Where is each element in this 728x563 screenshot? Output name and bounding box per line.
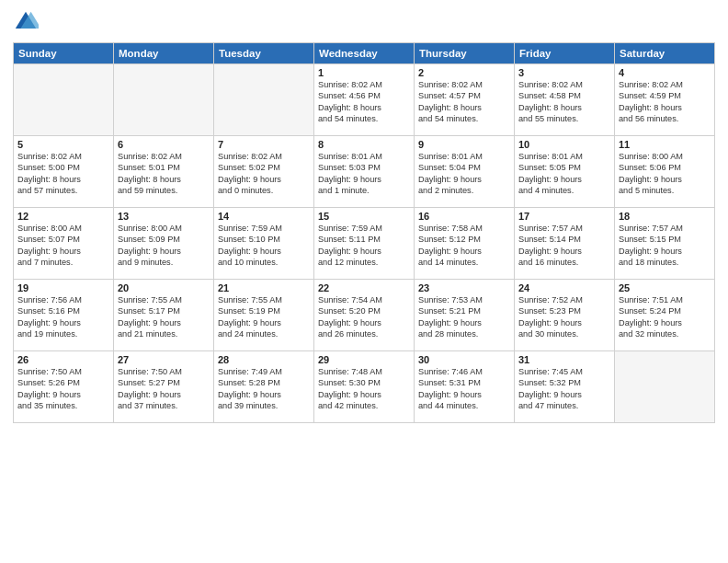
- day-number: 31: [518, 354, 610, 365]
- day-info: Sunrise: 7:50 AM Sunset: 5:26 PM Dayligh…: [17, 366, 109, 412]
- calendar-cell: 29Sunrise: 7:48 AM Sunset: 5:30 PM Dayli…: [314, 351, 415, 423]
- day-info: Sunrise: 8:02 AM Sunset: 4:56 PM Dayligh…: [318, 79, 410, 125]
- day-info: Sunrise: 7:55 AM Sunset: 5:17 PM Dayligh…: [118, 294, 210, 340]
- day-info: Sunrise: 7:46 AM Sunset: 5:31 PM Dayligh…: [418, 366, 510, 412]
- calendar-week-row: 12Sunrise: 8:00 AM Sunset: 5:07 PM Dayli…: [14, 208, 715, 280]
- calendar-header-monday: Monday: [114, 43, 214, 64]
- calendar-cell: 28Sunrise: 7:49 AM Sunset: 5:28 PM Dayli…: [214, 351, 314, 423]
- day-info: Sunrise: 7:49 AM Sunset: 5:28 PM Dayligh…: [218, 366, 310, 412]
- day-info: Sunrise: 7:48 AM Sunset: 5:30 PM Dayligh…: [318, 366, 410, 412]
- calendar-cell: 2Sunrise: 8:02 AM Sunset: 4:57 PM Daylig…: [415, 64, 515, 136]
- calendar-cell: 3Sunrise: 8:02 AM Sunset: 4:58 PM Daylig…: [515, 64, 615, 136]
- calendar-cell: [214, 64, 314, 136]
- day-number: 19: [17, 282, 109, 293]
- day-number: 26: [17, 354, 109, 365]
- calendar-header-saturday: Saturday: [615, 43, 715, 64]
- day-number: 17: [518, 211, 610, 222]
- calendar-cell: 22Sunrise: 7:54 AM Sunset: 5:20 PM Dayli…: [314, 280, 415, 351]
- calendar-cell: 24Sunrise: 7:52 AM Sunset: 5:23 PM Dayli…: [515, 280, 615, 351]
- day-info: Sunrise: 7:56 AM Sunset: 5:16 PM Dayligh…: [17, 294, 109, 340]
- day-info: Sunrise: 8:00 AM Sunset: 5:06 PM Dayligh…: [619, 151, 711, 197]
- calendar-cell: 19Sunrise: 7:56 AM Sunset: 5:16 PM Dayli…: [14, 280, 114, 351]
- calendar-cell: 1Sunrise: 8:02 AM Sunset: 4:56 PM Daylig…: [314, 64, 415, 136]
- calendar-cell: 10Sunrise: 8:01 AM Sunset: 5:05 PM Dayli…: [515, 136, 615, 208]
- day-number: 28: [218, 354, 310, 365]
- day-info: Sunrise: 7:51 AM Sunset: 5:24 PM Dayligh…: [619, 294, 711, 340]
- day-info: Sunrise: 8:02 AM Sunset: 5:00 PM Dayligh…: [17, 151, 109, 197]
- page: SundayMondayTuesdayWednesdayThursdayFrid…: [0, 0, 728, 563]
- day-number: 6: [118, 139, 210, 150]
- day-info: Sunrise: 8:00 AM Sunset: 5:09 PM Dayligh…: [118, 223, 210, 269]
- calendar-week-row: 5Sunrise: 8:02 AM Sunset: 5:00 PM Daylig…: [14, 136, 715, 208]
- logo-icon: [13, 9, 39, 35]
- day-number: 16: [418, 211, 510, 222]
- day-number: 4: [619, 67, 711, 78]
- day-number: 24: [518, 282, 610, 293]
- day-info: Sunrise: 7:45 AM Sunset: 5:32 PM Dayligh…: [518, 366, 610, 412]
- day-number: 5: [17, 139, 109, 150]
- calendar-cell: 11Sunrise: 8:00 AM Sunset: 5:06 PM Dayli…: [615, 136, 715, 208]
- calendar-cell: 13Sunrise: 8:00 AM Sunset: 5:09 PM Dayli…: [114, 208, 214, 280]
- day-info: Sunrise: 8:00 AM Sunset: 5:07 PM Dayligh…: [17, 223, 109, 269]
- calendar-cell: [615, 351, 715, 423]
- calendar-header-tuesday: Tuesday: [214, 43, 314, 64]
- day-info: Sunrise: 7:52 AM Sunset: 5:23 PM Dayligh…: [518, 294, 610, 340]
- day-info: Sunrise: 8:02 AM Sunset: 4:58 PM Dayligh…: [518, 79, 610, 125]
- calendar-cell: 16Sunrise: 7:58 AM Sunset: 5:12 PM Dayli…: [415, 208, 515, 280]
- day-number: 12: [17, 211, 109, 222]
- day-info: Sunrise: 7:54 AM Sunset: 5:20 PM Dayligh…: [318, 294, 410, 340]
- day-info: Sunrise: 7:53 AM Sunset: 5:21 PM Dayligh…: [418, 294, 510, 340]
- day-number: 8: [318, 139, 410, 150]
- day-number: 9: [418, 139, 510, 150]
- calendar-cell: [114, 64, 214, 136]
- calendar-week-row: 26Sunrise: 7:50 AM Sunset: 5:26 PM Dayli…: [14, 351, 715, 423]
- calendar-cell: 31Sunrise: 7:45 AM Sunset: 5:32 PM Dayli…: [515, 351, 615, 423]
- day-number: 20: [118, 282, 210, 293]
- calendar-week-row: 19Sunrise: 7:56 AM Sunset: 5:16 PM Dayli…: [14, 280, 715, 351]
- calendar-cell: 6Sunrise: 8:02 AM Sunset: 5:01 PM Daylig…: [114, 136, 214, 208]
- day-number: 29: [318, 354, 410, 365]
- calendar-cell: 21Sunrise: 7:55 AM Sunset: 5:19 PM Dayli…: [214, 280, 314, 351]
- day-number: 10: [518, 139, 610, 150]
- day-number: 18: [619, 211, 711, 222]
- day-number: 25: [619, 282, 711, 293]
- day-info: Sunrise: 7:57 AM Sunset: 5:14 PM Dayligh…: [518, 223, 610, 269]
- day-info: Sunrise: 7:55 AM Sunset: 5:19 PM Dayligh…: [218, 294, 310, 340]
- day-number: 30: [418, 354, 510, 365]
- day-info: Sunrise: 8:01 AM Sunset: 5:05 PM Dayligh…: [518, 151, 610, 197]
- day-number: 21: [218, 282, 310, 293]
- calendar-cell: 4Sunrise: 8:02 AM Sunset: 4:59 PM Daylig…: [615, 64, 715, 136]
- day-info: Sunrise: 7:59 AM Sunset: 5:10 PM Dayligh…: [218, 223, 310, 269]
- calendar-cell: 30Sunrise: 7:46 AM Sunset: 5:31 PM Dayli…: [415, 351, 515, 423]
- day-info: Sunrise: 7:59 AM Sunset: 5:11 PM Dayligh…: [318, 223, 410, 269]
- day-info: Sunrise: 8:02 AM Sunset: 4:59 PM Dayligh…: [619, 79, 711, 125]
- calendar-cell: 7Sunrise: 8:02 AM Sunset: 5:02 PM Daylig…: [214, 136, 314, 208]
- calendar-cell: 26Sunrise: 7:50 AM Sunset: 5:26 PM Dayli…: [14, 351, 114, 423]
- calendar-cell: 8Sunrise: 8:01 AM Sunset: 5:03 PM Daylig…: [314, 136, 415, 208]
- day-number: 15: [318, 211, 410, 222]
- day-info: Sunrise: 7:58 AM Sunset: 5:12 PM Dayligh…: [418, 223, 510, 269]
- calendar-cell: 15Sunrise: 7:59 AM Sunset: 5:11 PM Dayli…: [314, 208, 415, 280]
- day-number: 13: [118, 211, 210, 222]
- day-info: Sunrise: 8:02 AM Sunset: 5:01 PM Dayligh…: [118, 151, 210, 197]
- calendar-cell: 25Sunrise: 7:51 AM Sunset: 5:24 PM Dayli…: [615, 280, 715, 351]
- day-info: Sunrise: 8:02 AM Sunset: 4:57 PM Dayligh…: [418, 79, 510, 125]
- calendar-cell: 27Sunrise: 7:50 AM Sunset: 5:27 PM Dayli…: [114, 351, 214, 423]
- day-info: Sunrise: 8:01 AM Sunset: 5:03 PM Dayligh…: [318, 151, 410, 197]
- day-info: Sunrise: 8:01 AM Sunset: 5:04 PM Dayligh…: [418, 151, 510, 197]
- day-number: 27: [118, 354, 210, 365]
- calendar-cell: 5Sunrise: 8:02 AM Sunset: 5:00 PM Daylig…: [14, 136, 114, 208]
- calendar-cell: 17Sunrise: 7:57 AM Sunset: 5:14 PM Dayli…: [515, 208, 615, 280]
- header: [13, 9, 715, 35]
- day-number: 3: [518, 67, 610, 78]
- day-info: Sunrise: 8:02 AM Sunset: 5:02 PM Dayligh…: [218, 151, 310, 197]
- calendar-cell: 9Sunrise: 8:01 AM Sunset: 5:04 PM Daylig…: [415, 136, 515, 208]
- day-number: 23: [418, 282, 510, 293]
- calendar-cell: 20Sunrise: 7:55 AM Sunset: 5:17 PM Dayli…: [114, 280, 214, 351]
- logo: [13, 9, 42, 35]
- calendar-cell: 12Sunrise: 8:00 AM Sunset: 5:07 PM Dayli…: [14, 208, 114, 280]
- calendar-cell: 14Sunrise: 7:59 AM Sunset: 5:10 PM Dayli…: [214, 208, 314, 280]
- calendar-header-thursday: Thursday: [415, 43, 515, 64]
- day-info: Sunrise: 7:57 AM Sunset: 5:15 PM Dayligh…: [619, 223, 711, 269]
- day-info: Sunrise: 7:50 AM Sunset: 5:27 PM Dayligh…: [118, 366, 210, 412]
